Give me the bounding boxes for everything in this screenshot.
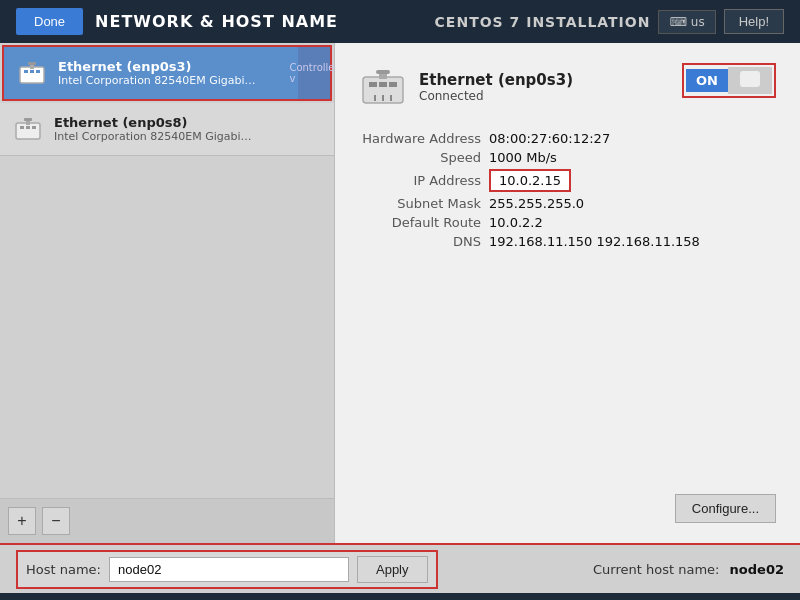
subnet-label: Subnet Mask (359, 196, 489, 211)
subnet-row: Subnet Mask 255.255.255.0 (359, 196, 776, 211)
toggle-on-label: ON (686, 69, 728, 92)
default-route-value: 10.0.2.2 (489, 215, 543, 230)
hostname-input[interactable] (109, 557, 349, 582)
dns-value: 192.168.11.150 192.168.11.158 (489, 234, 700, 249)
network-item-enp0s3[interactable]: Ethernet (enp0s3) Intel Corporation 8254… (2, 45, 332, 101)
centos-label: CENTOS 7 INSTALLATION (435, 14, 651, 30)
svg-rect-5 (28, 62, 36, 65)
help-button[interactable]: Help! (724, 9, 784, 34)
header: Done NETWORK & HOST NAME CENTOS 7 INSTAL… (0, 0, 800, 43)
default-route-row: Default Route 10.0.2.2 (359, 215, 776, 230)
subnet-value: 255.255.255.0 (489, 196, 584, 211)
svg-rect-11 (24, 118, 32, 121)
speed-value: 1000 Mb/s (489, 150, 557, 165)
device-info: Ethernet (enp0s3) Connected (359, 63, 573, 111)
apply-button[interactable]: Apply (357, 556, 428, 583)
svg-rect-8 (26, 126, 30, 129)
svg-rect-15 (389, 82, 397, 87)
left-panel: Ethernet (enp0s3) Intel Corporation 8254… (0, 43, 335, 543)
done-button[interactable]: Done (16, 8, 83, 35)
speed-row: Speed 1000 Mb/s (359, 150, 776, 165)
hostname-section: Host name: Apply (16, 550, 438, 589)
item-desc-enp0s8: Intel Corporation 82540EM Gigabit Ethern… (54, 130, 254, 143)
current-hostname-label: Current host name: (593, 562, 719, 577)
keyboard-lang: us (691, 15, 705, 29)
device-icon (359, 63, 407, 111)
device-name-block: Ethernet (enp0s3) Connected (419, 71, 573, 103)
network-item-enp0s8[interactable]: Ethernet (enp0s8) Intel Corporation 8254… (0, 103, 334, 156)
hardware-address-label: Hardware Address (359, 131, 489, 146)
current-hostname-value: node02 (730, 562, 784, 577)
svg-rect-13 (369, 82, 377, 87)
dns-label: DNS (359, 234, 489, 249)
device-header: Ethernet (enp0s3) Connected ON (359, 63, 776, 111)
default-route-label: Default Route (359, 215, 489, 230)
configure-button[interactable]: Configure... (675, 494, 776, 523)
item-desc-enp0s3: Intel Corporation 82540EM Gigabit Ethern… (58, 74, 258, 87)
svg-rect-7 (20, 126, 24, 129)
ip-address-value: 10.0.2.15 (489, 169, 571, 192)
svg-rect-3 (36, 70, 40, 73)
add-network-button[interactable]: + (8, 507, 36, 535)
page-title: NETWORK & HOST NAME (95, 12, 338, 31)
item-name-enp0s3: Ethernet (enp0s3) (58, 59, 258, 74)
current-hostname-section: Current host name: node02 (593, 562, 784, 577)
svg-rect-14 (379, 82, 387, 87)
svg-rect-9 (32, 126, 36, 129)
keyboard-indicator[interactable]: ⌨ us (658, 10, 715, 34)
footer: CSDN @cc_0101 (0, 593, 800, 600)
hardware-address-value: 08:00:27:60:12:27 (489, 131, 610, 146)
ethernet-icon-enp0s3 (16, 57, 48, 89)
dns-row: DNS 192.168.11.150 192.168.11.158 (359, 234, 776, 249)
item-name-enp0s8: Ethernet (enp0s8) (54, 115, 254, 130)
device-info-table: Hardware Address 08:00:27:60:12:27 Speed… (359, 131, 776, 253)
svg-rect-6 (16, 123, 40, 139)
svg-rect-2 (30, 70, 34, 73)
svg-rect-1 (24, 70, 28, 73)
device-name-label: Ethernet (enp0s3) (419, 71, 573, 89)
ethernet-icon-enp0s8 (12, 113, 44, 145)
main-area: Ethernet (enp0s3) Intel Corporation 8254… (0, 43, 800, 543)
svg-rect-0 (20, 67, 44, 83)
network-list: Ethernet (enp0s3) Intel Corporation 8254… (0, 43, 334, 498)
toggle-off-area (728, 67, 772, 94)
speed-label: Speed (359, 150, 489, 165)
bottom-bar: Host name: Apply Current host name: node… (0, 543, 800, 593)
ip-address-label: IP Address (359, 173, 489, 188)
remove-network-button[interactable]: − (42, 507, 70, 535)
list-controls: + − (0, 498, 334, 543)
hardware-address-row: Hardware Address 08:00:27:60:12:27 (359, 131, 776, 146)
svg-rect-17 (376, 70, 390, 74)
keyboard-icon: ⌨ (669, 15, 686, 29)
item-text-enp0s8: Ethernet (enp0s8) Intel Corporation 8254… (54, 115, 254, 143)
hostname-label: Host name: (26, 562, 101, 577)
ip-address-row: IP Address 10.0.2.15 (359, 169, 776, 192)
right-panel: Ethernet (enp0s3) Connected ON Hardware … (335, 43, 800, 543)
header-right: CENTOS 7 INSTALLATION ⌨ us Help! (435, 9, 784, 34)
item-tab-enp0s3: Controller v (289, 62, 334, 84)
toggle-switch[interactable]: ON (682, 63, 776, 98)
item-text-enp0s3: Ethernet (enp0s3) Intel Corporation 8254… (58, 59, 258, 87)
device-status-label: Connected (419, 89, 573, 103)
